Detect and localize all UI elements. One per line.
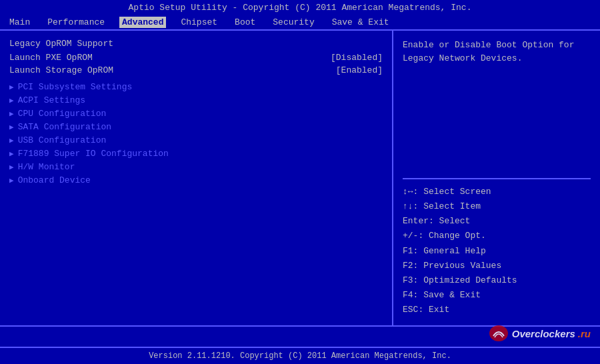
key-help-item: F2: Previous Values — [403, 259, 591, 273]
svg-point-0 — [489, 325, 508, 341]
menu-link-acpi-settings[interactable]: ▶ACPI Settings — [9, 95, 383, 105]
key-help-item: Enter: Select — [403, 214, 591, 229]
settings-list: Launch PXE OpROM[Disabled]Launch Storage… — [9, 53, 383, 75]
menu-link-cpu-configuration[interactable]: ▶CPU Configuration — [9, 109, 383, 119]
links-list: ▶PCI Subsystem Settings▶ACPI Settings▶CP… — [9, 82, 383, 185]
arrow-icon: ▶ — [9, 176, 14, 185]
main-content: Legacy OpROM Support Launch PXE OpROM[Di… — [0, 29, 600, 327]
key-help-item: F3: Optimized Defaults — [403, 273, 591, 288]
link-text: CPU Configuration — [18, 109, 107, 119]
menu-item-boot[interactable]: Boot — [232, 17, 258, 28]
arrow-icon: ▶ — [9, 109, 14, 118]
menu-item-advanced[interactable]: Advanced — [119, 17, 166, 28]
arrow-icon: ▶ — [9, 136, 14, 145]
arrow-icon: ▶ — [9, 123, 14, 131]
key-help-item: ↑↓: Select Item — [403, 199, 591, 214]
setting-row: Launch PXE OpROM[Disabled] — [9, 53, 383, 63]
menu-link-usb-configuration[interactable]: ▶USB Configuration — [9, 135, 383, 145]
footer-text: Version 2.11.1210. Copyright (C) 2011 Am… — [149, 351, 451, 361]
help-text: Enable or Disable Boot Option for Legacy… — [403, 39, 591, 178]
title-bar: Aptio Setup Utility - Copyright (C) 2011… — [0, 0, 600, 15]
link-text: ACPI Settings — [18, 95, 85, 105]
menu-bar: MainPerformanceAdvancedChipsetBootSecuri… — [0, 15, 600, 29]
key-help-item: +/-: Change Opt. — [403, 229, 591, 243]
key-help-item: F1: General Help — [403, 244, 591, 259]
right-panel: Enable or Disable Boot Option for Legacy… — [393, 31, 600, 325]
link-text: F71889 Super IO Configuration — [18, 149, 169, 159]
link-text: PCI Subsystem Settings — [18, 82, 133, 92]
setting-label: Launch PXE OpROM — [9, 53, 93, 63]
menu-item-performance[interactable]: Performance — [45, 17, 107, 28]
watermark-site: Overclockers — [512, 328, 575, 339]
setting-label: Launch Storage OpROM — [9, 65, 113, 75]
link-text: USB Configuration — [18, 135, 107, 145]
key-help-item: F4: Save & Exit — [403, 288, 591, 303]
arrow-icon: ▶ — [9, 163, 14, 171]
link-text: Onboard Device — [18, 175, 91, 185]
link-text: H/W Monitor — [18, 162, 75, 172]
arrow-icon: ▶ — [9, 83, 14, 91]
menu-link-h-w-monitor[interactable]: ▶H/W Monitor — [9, 162, 383, 172]
key-help-item: ESC: Exit — [403, 303, 591, 317]
menu-item-chipset[interactable]: Chipset — [178, 17, 220, 28]
watermark-tld: .ru — [578, 328, 591, 339]
setting-value[interactable]: [Disabled] — [331, 53, 383, 63]
setting-row: Launch Storage OpROM[Enabled] — [9, 65, 383, 75]
menu-link-onboard-device[interactable]: ▶Onboard Device — [9, 175, 383, 185]
watermark: Overclockers.ru — [488, 323, 591, 344]
link-text: SATA Configuration — [18, 122, 111, 132]
menu-item-security[interactable]: Security — [270, 17, 317, 28]
key-help-item: ↕↔: Select Screen — [403, 185, 591, 199]
menu-item-save---exit[interactable]: Save & Exit — [329, 17, 392, 28]
title-text: Aptio Setup Utility - Copyright (C) 2011… — [129, 3, 472, 13]
key-help: ↕↔: Select Screen↑↓: Select ItemEnter: S… — [403, 178, 591, 317]
menu-item-main[interactable]: Main — [7, 17, 33, 28]
menu-link-sata-configuration[interactable]: ▶SATA Configuration — [9, 122, 383, 132]
menu-link-f71889-super-io-configuration[interactable]: ▶F71889 Super IO Configuration — [9, 149, 383, 159]
menu-link-pci-subsystem-settings[interactable]: ▶PCI Subsystem Settings — [9, 82, 383, 92]
section-title: Legacy OpROM Support — [9, 39, 383, 49]
arrow-icon: ▶ — [9, 96, 14, 105]
watermark-logo — [488, 323, 509, 344]
setting-value[interactable]: [Enabled] — [336, 65, 383, 75]
footer: Version 2.11.1210. Copyright (C) 2011 Am… — [0, 347, 600, 364]
left-panel: Legacy OpROM Support Launch PXE OpROM[Di… — [0, 31, 393, 325]
arrow-icon: ▶ — [9, 149, 14, 158]
